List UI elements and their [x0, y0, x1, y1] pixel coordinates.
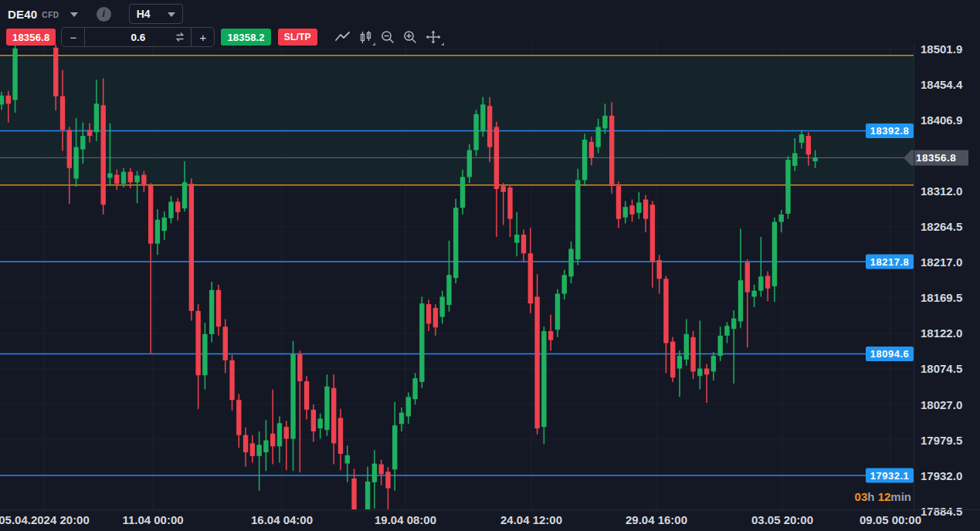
candle [507, 188, 512, 219]
candle [704, 369, 709, 375]
candle [541, 331, 546, 427]
candle [277, 423, 282, 446]
candle [555, 294, 560, 330]
candle [12, 49, 17, 100]
symbol-name[interactable]: DE40 [8, 8, 37, 21]
trading-platform-window: 18501.918454.418406.918312.018264.518217… [0, 0, 980, 531]
candle [121, 172, 126, 184]
x-axis-label: 29.04 16:00 [626, 513, 687, 526]
candlestick-style-icon[interactable] [359, 31, 372, 44]
candle [304, 381, 309, 410]
line-chart-icon[interactable] [335, 32, 351, 42]
candle [548, 331, 553, 340]
candle [114, 174, 119, 184]
candle [731, 319, 736, 330]
x-axis-label: 19.04 08:00 [375, 513, 436, 526]
candle [0, 96, 4, 105]
candle [772, 222, 777, 286]
candle [338, 418, 343, 454]
candle [148, 185, 153, 244]
symbol-dropdown-chevron-icon[interactable] [70, 12, 78, 17]
zoom-in-icon[interactable] [403, 30, 417, 44]
candle [480, 104, 485, 131]
y-axis-label: 18406.9 [921, 113, 962, 127]
candle [270, 434, 275, 446]
candle [250, 443, 255, 455]
candle [738, 280, 743, 321]
y-axis-label: 17932.0 [921, 469, 962, 482]
candle [785, 160, 790, 214]
x-axis-label: 09.05 00:00 [860, 513, 921, 526]
x-axis-label: 16.04 04:00 [251, 513, 313, 526]
candle [406, 397, 411, 416]
candle [392, 425, 397, 469]
candle [440, 296, 445, 316]
candle [128, 172, 133, 183]
candle [514, 235, 519, 243]
candle [433, 308, 438, 327]
timeframe-selector[interactable]: H4 [129, 4, 183, 24]
y-axis-label: 18264.5 [921, 220, 962, 233]
candle [236, 400, 241, 435]
dropdown-corner-icon [372, 42, 375, 46]
candle [595, 127, 600, 147]
candle [629, 205, 634, 215]
buy-price-button[interactable]: 18358.2 [221, 29, 270, 46]
candle [446, 275, 451, 305]
candle [751, 291, 756, 297]
candle [263, 441, 268, 453]
candle [155, 220, 160, 244]
candle [636, 202, 641, 213]
candle [216, 290, 221, 326]
candle [758, 276, 763, 290]
candle [453, 208, 458, 278]
candle [521, 235, 526, 253]
zoom-out-icon[interactable] [381, 30, 395, 44]
price-chart[interactable]: 18501.918454.418406.918312.018264.518217… [0, 0, 980, 531]
candle [460, 177, 465, 208]
candle [487, 106, 492, 147]
candle [670, 342, 675, 378]
quantity-decrease-button[interactable]: − [62, 28, 84, 46]
candle [189, 184, 194, 311]
sl-tp-button[interactable]: SL/TP [278, 29, 317, 46]
candle [168, 201, 173, 218]
candle [324, 387, 329, 430]
candle [372, 464, 377, 482]
candle [650, 205, 655, 262]
candle [345, 455, 350, 464]
candle [412, 378, 417, 399]
current-price-badge-text: 18356.8 [916, 152, 956, 164]
quantity-increase-button[interactable]: + [192, 28, 214, 46]
y-axis-label: 18312.0 [921, 184, 962, 198]
candle [6, 96, 11, 104]
y-axis-label: 18169.5 [921, 291, 962, 304]
candle [378, 465, 383, 475]
price-level-badge-text: 18094.6 [870, 348, 910, 360]
sell-price-button[interactable]: 18356.8 [6, 29, 56, 46]
x-axis-label: 24.04 12:00 [500, 513, 562, 526]
candle [812, 157, 817, 161]
candle [73, 147, 78, 179]
candle [609, 116, 614, 186]
quantity-value[interactable]: 0.6 [85, 28, 191, 46]
candle [182, 182, 187, 208]
candle [229, 360, 234, 400]
x-axis-label: 05.04.2024 20:00 [0, 513, 90, 526]
price-level-badge-text: 18392.8 [870, 125, 910, 137]
candle [297, 354, 302, 381]
pan-move-icon[interactable] [426, 30, 441, 44]
candle-countdown: 03h 12min [855, 490, 911, 503]
candle [351, 479, 356, 517]
candle [175, 201, 180, 212]
candle [697, 369, 702, 377]
candle [67, 130, 72, 167]
chart-tools [327, 30, 441, 44]
y-axis-label: 18122.0 [921, 326, 962, 340]
info-icon[interactable]: i [97, 7, 111, 22]
refresh-icon[interactable] [175, 32, 185, 42]
candle [779, 215, 784, 222]
candle [575, 180, 580, 259]
candle [209, 290, 214, 334]
candle [534, 296, 539, 428]
